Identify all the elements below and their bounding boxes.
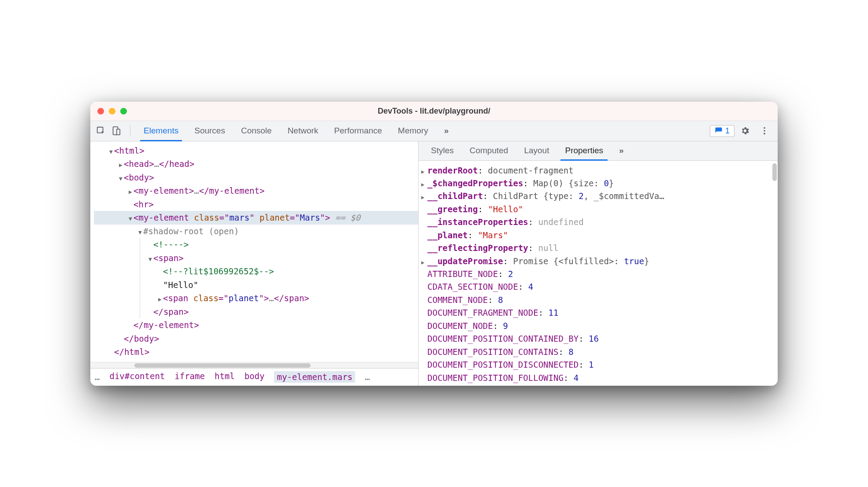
svg-point-5	[764, 133, 765, 135]
horizontal-scrollbar[interactable]	[90, 362, 418, 368]
sidebar-tabs-more[interactable]: »	[611, 141, 632, 160]
dom-node[interactable]: ▶<my-element>…</my-element>	[94, 184, 418, 198]
main-tab-console[interactable]: Console	[233, 121, 280, 141]
dom-node[interactable]: ▼#shadow-root (open)	[94, 225, 418, 238]
close-button[interactable]	[97, 108, 104, 114]
property-row[interactable]: __greeting: "Hello"	[421, 203, 773, 216]
expand-arrow-icon[interactable]: ▶	[127, 188, 134, 196]
property-row[interactable]: ATTRIBUTE_NODE: 2	[421, 268, 773, 280]
breadcrumb: … div#contentiframehtmlbodymy-element.ma…	[90, 368, 418, 386]
more-tabs-chevron[interactable]: »	[436, 121, 457, 141]
dom-node[interactable]: ▼<span>	[140, 251, 418, 265]
dom-node[interactable]: </html>	[94, 345, 418, 359]
sidebar-tab-properties[interactable]: Properties	[557, 141, 611, 160]
main-tab-network[interactable]: Network	[280, 121, 326, 141]
expand-arrow-icon[interactable]: ▼	[118, 174, 124, 183]
toolbar-divider	[130, 125, 130, 137]
vertical-scrollbar-thumb[interactable]	[772, 163, 777, 181]
property-row[interactable]: DOCUMENT_POSITION_CONTAINS: 8	[421, 346, 773, 358]
breadcrumb-overflow-right[interactable]: …	[365, 372, 370, 382]
property-row[interactable]: ▶renderRoot: document-fragment	[421, 164, 773, 177]
breadcrumb-item[interactable]: iframe	[174, 371, 205, 383]
sidebar-tabs: StylesComputedLayoutProperties»	[419, 141, 778, 161]
property-row[interactable]: DOCUMENT_FRAGMENT_NODE: 11	[421, 306, 773, 319]
sidebar-tab-styles[interactable]: Styles	[423, 141, 462, 160]
expand-arrow-icon[interactable]: ▶	[157, 295, 163, 304]
dom-node[interactable]: "Hello"	[140, 278, 418, 292]
expand-arrow-icon[interactable]: ▼	[127, 214, 134, 223]
dom-node[interactable]: <hr>	[94, 198, 418, 211]
dom-node[interactable]: ▼<html>	[94, 144, 418, 158]
breadcrumb-item[interactable]: my-element.mars	[274, 371, 355, 383]
svg-point-3	[764, 127, 765, 129]
dom-node[interactable]: ▶<head>…</head>	[94, 157, 418, 171]
sidebar-tab-computed[interactable]: Computed	[462, 141, 516, 160]
property-row[interactable]: DOCUMENT_POSITION_FOLLOWING: 4	[421, 372, 773, 384]
expand-arrow-icon[interactable]: ▶	[118, 161, 124, 170]
zoom-button[interactable]	[120, 108, 127, 114]
properties-panel[interactable]: ▶renderRoot: document-fragment▶_$changed…	[419, 161, 778, 386]
expand-arrow-icon[interactable]: ▶	[421, 181, 427, 189]
svg-point-4	[764, 130, 765, 132]
devtools-window: DevTools - lit.dev/playground/ ElementsS…	[90, 102, 778, 386]
dom-node[interactable]: ▶<span class="planet">…</span>	[140, 291, 418, 305]
device-toolbar-icon[interactable]	[110, 125, 122, 137]
dom-node[interactable]: <!--?lit$106992652$-->	[140, 265, 418, 278]
property-row[interactable]: __reflectingProperty: null	[421, 242, 773, 255]
issues-badge[interactable]: 1	[710, 125, 734, 137]
expand-arrow-icon[interactable]: ▼	[147, 255, 153, 264]
expand-arrow-icon[interactable]: ▼	[137, 228, 143, 237]
sidebar-pane: StylesComputedLayoutProperties» ▶renderR…	[419, 141, 778, 386]
traffic-lights	[97, 108, 127, 114]
issues-count: 1	[725, 126, 730, 136]
main-tab-performance[interactable]: Performance	[326, 121, 390, 141]
breadcrumb-item[interactable]: div#content	[109, 371, 165, 383]
property-row[interactable]: CDATA_SECTION_NODE: 4	[421, 280, 773, 293]
dom-node[interactable]: </my-element>	[94, 318, 418, 332]
expand-arrow-icon[interactable]: ▼	[108, 148, 114, 156]
dom-tree[interactable]: ▼<html>▶<head>…</head>▼<body>▶<my-elemen…	[90, 141, 418, 362]
breadcrumb-item[interactable]: html	[215, 371, 235, 383]
elements-pane: ▼<html>▶<head>…</head>▼<body>▶<my-elemen…	[90, 141, 419, 386]
inspect-icon[interactable]	[95, 125, 107, 137]
scrollbar-thumb[interactable]	[134, 363, 311, 368]
dom-node[interactable]: ▼<my-element class="mars" planet="Mars">…	[94, 211, 418, 225]
breadcrumb-item[interactable]: body	[245, 371, 265, 383]
expand-arrow-icon[interactable]: ▶	[421, 258, 427, 267]
property-row[interactable]: ▶__childPart: ChildPart {type: 2, _$comm…	[421, 190, 773, 203]
expand-arrow-icon[interactable]: ▶	[421, 193, 427, 202]
property-row[interactable]: DOCUMENT_POSITION_DISCONNECTED: 1	[421, 358, 773, 371]
main-tabs: ElementsSourcesConsoleNetworkPerformance…	[136, 121, 436, 141]
gear-icon[interactable]	[739, 125, 751, 137]
breadcrumb-overflow-left[interactable]: …	[95, 372, 100, 382]
property-row[interactable]: ▶__updatePromise: Promise {<fulfilled>: …	[421, 255, 773, 268]
property-row[interactable]: COMMENT_NODE: 8	[421, 294, 773, 306]
sidebar-tab-layout[interactable]: Layout	[516, 141, 557, 160]
property-row[interactable]: DOCUMENT_POSITION_CONTAINED_BY: 16	[421, 332, 773, 345]
dom-node[interactable]: ▼<body>	[94, 171, 418, 184]
dom-node[interactable]: </body>	[94, 332, 418, 346]
dom-node[interactable]: <!---->	[140, 238, 418, 251]
property-row[interactable]: ▶_$changedProperties: Map(0) {size: 0}	[421, 177, 773, 190]
panes: ▼<html>▶<head>…</head>▼<body>▶<my-elemen…	[90, 141, 778, 386]
minimize-button[interactable]	[109, 108, 115, 114]
main-tab-elements[interactable]: Elements	[136, 121, 186, 141]
svg-rect-2	[117, 129, 120, 135]
expand-arrow-icon[interactable]: ▶	[421, 168, 427, 176]
property-row[interactable]: __instanceProperties: undefined	[421, 216, 773, 229]
dom-node[interactable]: </span>	[140, 305, 418, 319]
main-tab-sources[interactable]: Sources	[186, 121, 233, 141]
kebab-menu-icon[interactable]	[758, 125, 771, 137]
main-toolbar: ElementsSourcesConsoleNetworkPerformance…	[90, 121, 778, 141]
window-title: DevTools - lit.dev/playground/	[378, 107, 490, 116]
titlebar: DevTools - lit.dev/playground/	[90, 102, 778, 121]
property-row[interactable]: __planet: "Mars"	[421, 229, 773, 242]
main-tab-memory[interactable]: Memory	[390, 121, 436, 141]
property-row[interactable]: DOCUMENT_NODE: 9	[421, 320, 773, 332]
